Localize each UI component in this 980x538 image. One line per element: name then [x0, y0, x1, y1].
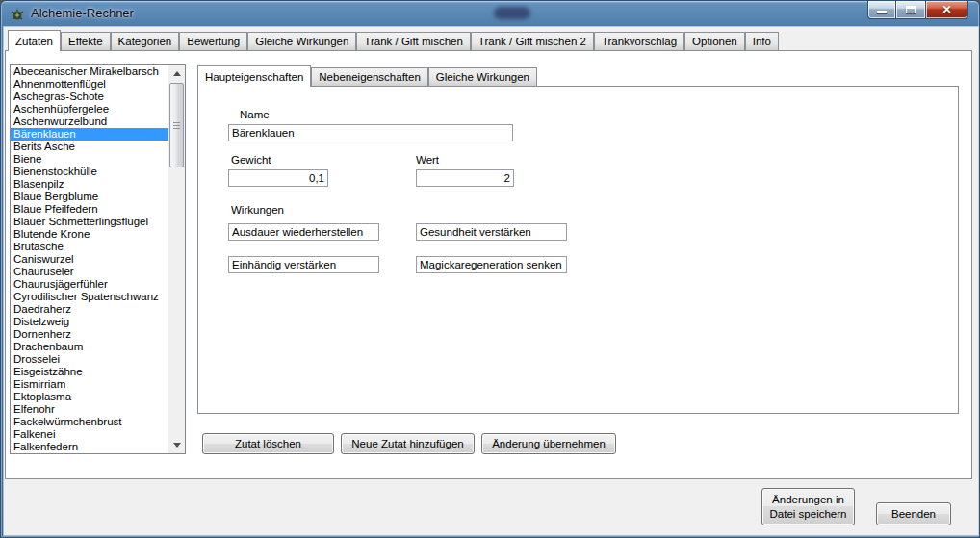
ingredient-list-item[interactable]: Fackelwürmchenbrust [11, 416, 168, 428]
scroll-down-icon [173, 443, 181, 448]
zutaten-tabpage: Abeceanischer MirakelbarschAhnenmottenfl… [5, 50, 972, 479]
main-tab[interactable]: Gleiche Wirkungen [247, 32, 356, 50]
ingredient-list-item[interactable]: Caniswurzel [11, 253, 168, 266]
ingredient-list-item[interactable]: Aschenhüpfergelee [11, 103, 168, 115]
weight-field[interactable] [228, 169, 328, 187]
scroll-up-icon [173, 71, 181, 76]
close-icon: ✕ [941, 4, 951, 15]
delete-ingredient-button[interactable]: Zutat löschen [202, 433, 334, 454]
maximize-button[interactable] [896, 1, 925, 19]
titlebar[interactable]: Alchemie-Rechner ✕ [1, 1, 979, 27]
detail-tab[interactable]: Gleiche Wirkungen [428, 67, 537, 86]
weight-label: Gewicht [231, 154, 271, 166]
ingredient-list-item[interactable]: Ektoplasma [11, 391, 168, 403]
ingredient-list-item[interactable]: Falkenei [11, 428, 168, 441]
effect-field-4[interactable] [416, 256, 567, 273]
save-to-file-button[interactable]: Änderungen in Datei speichern [761, 488, 855, 525]
effects-label: Wirkungen [231, 204, 284, 216]
main-tab[interactable]: Effekte [61, 32, 111, 50]
quit-button[interactable]: Beenden [876, 502, 951, 525]
ingredient-list-item[interactable]: Bienenstockhülle [11, 166, 168, 178]
ingredient-list-item[interactable]: Aschenwurzelbund [11, 115, 168, 128]
name-field[interactable] [228, 124, 513, 141]
ingredient-list-item[interactable]: Brutasche [11, 241, 168, 253]
scrollbar-thumb[interactable] [169, 83, 184, 167]
value-field[interactable] [416, 169, 514, 187]
effect-field-2[interactable] [416, 223, 567, 241]
effect-field-1[interactable] [228, 223, 379, 241]
main-tab[interactable]: Zutaten [8, 30, 61, 51]
main-tab[interactable]: Bewertung [179, 32, 247, 50]
ingredient-listbox: Abeceanischer MirakelbarschAhnenmottenfl… [10, 64, 186, 454]
close-button[interactable]: ✕ [925, 1, 968, 19]
main-tab[interactable]: Trank / Gift mischen 2 [471, 32, 594, 50]
client-area: ZutatenEffekteKategorienBewertungGleiche… [4, 27, 978, 535]
ingredient-list-item[interactable]: Blutende Krone [11, 228, 168, 241]
window-controls: ✕ [867, 1, 968, 19]
ingredient-list-item[interactable]: Daedraherz [11, 303, 168, 316]
detail-tab[interactable]: Nebeneigenschaften [311, 67, 428, 86]
ingredient-list-item[interactable]: Drachenbaum [11, 341, 168, 353]
detail-tab[interactable]: Haupteigenschaften [197, 65, 311, 87]
apply-change-button[interactable]: Änderung übernehmen [481, 433, 616, 454]
ingredient-list: Abeceanischer MirakelbarschAhnenmottenfl… [11, 65, 168, 453]
main-tab[interactable]: Trankvorschlag [594, 32, 684, 50]
ingredient-list-item[interactable]: Ahnenmottenflügel [11, 78, 168, 90]
main-tab[interactable]: Info [745, 32, 779, 50]
main-tab[interactable]: Optionen [684, 32, 745, 50]
ingredient-list-item[interactable]: Drosselei [11, 353, 168, 366]
value-label: Wert [416, 154, 439, 166]
ingredient-list-item[interactable]: Eisgeistzähne [11, 366, 168, 378]
ingredient-list-item[interactable]: Chaurusjägerfühler [11, 278, 168, 291]
effect-field-3[interactable] [228, 256, 379, 273]
minimize-button[interactable] [867, 1, 896, 19]
scroll-up-button[interactable] [168, 65, 185, 82]
app-window: Alchemie-Rechner ✕ ZutatenEffekteKategor… [0, 0, 980, 538]
scroll-down-button[interactable] [168, 437, 185, 453]
ingredient-list-item[interactable]: Blasenpilz [11, 178, 168, 191]
ingredient-list-item[interactable]: Aschegras-Schote [11, 90, 168, 103]
ingredient-list-item[interactable]: Elfenohr [11, 403, 168, 416]
titlebar-smudge [494, 7, 530, 19]
ingredient-list-item[interactable]: Cyrodilischer Spatenschwanz [11, 291, 168, 303]
list-scrollbar[interactable] [168, 65, 185, 453]
name-label: Name [240, 109, 270, 120]
main-tab[interactable]: Kategorien [111, 32, 180, 50]
main-tabstrip: ZutatenEffekteKategorienBewertungGleiche… [8, 30, 779, 50]
ingredient-list-item[interactable]: Eismirriam [11, 378, 168, 391]
ingredient-list-item[interactable]: Abeceanischer Mirakelbarsch [11, 65, 168, 78]
ingredient-list-item[interactable]: Bärenklauen [11, 128, 168, 141]
ingredient-list-item[interactable]: Blaue Bergblume [11, 191, 168, 203]
haupteigenschaften-panel: Name Gewicht Wert Wirkungen [197, 86, 959, 414]
alchemy-app-icon [10, 7, 25, 22]
ingredient-list-item[interactable]: Biene [11, 153, 168, 166]
ingredient-list-item[interactable]: Falkenfedern [11, 441, 168, 453]
window-title: Alchemie-Rechner [31, 6, 134, 20]
ingredient-list-item[interactable]: Distelzweig [11, 316, 168, 328]
ingredient-list-item[interactable]: Chauruseier [11, 266, 168, 278]
ingredient-list-item[interactable]: Blauer Schmetterlingsflügel [11, 216, 168, 228]
minimize-icon [877, 11, 887, 13]
ingredient-list-item[interactable]: Berits Asche [11, 141, 168, 153]
add-ingredient-button[interactable]: Neue Zutat hinzufügen [341, 433, 475, 454]
ingredient-list-item[interactable]: Blaue Pfeilfedern [11, 203, 168, 216]
detail-tabstrip: HaupteigenschaftenNebeneigenschaftenGlei… [197, 64, 537, 86]
maximize-icon [906, 6, 916, 13]
main-tab[interactable]: Trank / Gift mischen [356, 32, 470, 50]
ingredient-list-item[interactable]: Dornenherz [11, 328, 168, 341]
